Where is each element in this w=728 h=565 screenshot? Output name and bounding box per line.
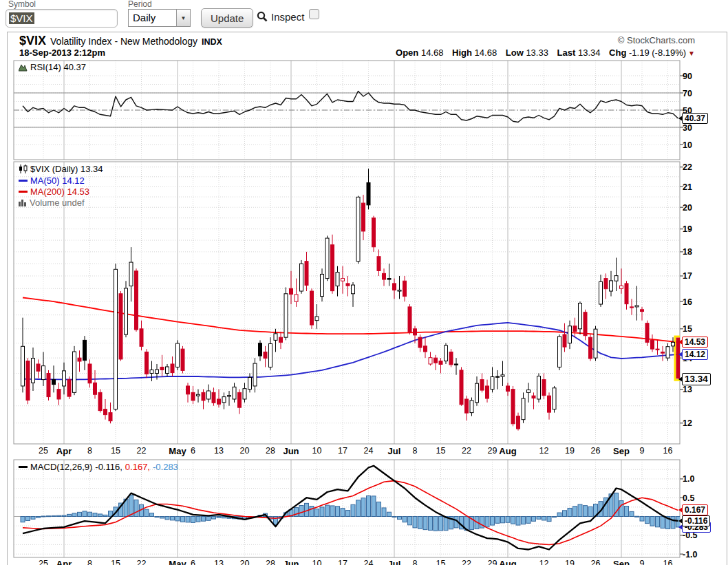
area-chart-icon <box>19 63 28 72</box>
macd-line-icon <box>19 466 28 468</box>
svg-text:90: 90 <box>683 72 692 81</box>
x-tick-day: 22 <box>127 446 157 456</box>
update-button[interactable]: Update <box>201 8 253 28</box>
macd-histogram <box>14 493 681 531</box>
macd-legend: MACD(12,26,9) -0.116, 0.167, -0.283 <box>19 462 178 472</box>
candlesticks <box>21 169 682 430</box>
low-label: Low <box>506 47 524 58</box>
rsi-callout: 40.37 <box>682 113 708 124</box>
volume-legend-label: Volume undef <box>30 198 85 208</box>
svg-text:-1.0: -1.0 <box>683 550 698 559</box>
svg-text:12: 12 <box>683 418 692 428</box>
title-symbol: $VIX <box>19 34 46 47</box>
last-price-callout: 13.34 <box>682 373 711 385</box>
macd-value-callout: -0.116 <box>682 515 710 526</box>
macd-x-axis-labels-clipped: 25Apr81522May6132028Jun101724Jul8152229A… <box>0 559 728 565</box>
svg-text:20: 20 <box>683 203 692 213</box>
chg-label: Chg <box>609 47 626 58</box>
rsi-legend: RSI(14) 40.37 <box>19 62 86 72</box>
macd-legend-name: MACD(12,26,9) <box>30 462 92 472</box>
down-triangle-icon: ▼ <box>688 50 695 57</box>
quote-line: Open 14.68 High 14.68 Low 13.33 Last 13.… <box>396 47 695 58</box>
svg-text:22: 22 <box>683 162 692 172</box>
copyright: © StockCharts.com <box>618 35 695 45</box>
candlestick-icon <box>19 164 28 173</box>
open-label: Open <box>396 47 418 58</box>
x-tick-day: 16 <box>653 446 683 456</box>
macd-signal-callout: 0.167 <box>682 504 708 515</box>
inspect-checkbox[interactable] <box>309 9 319 19</box>
macd-value: -0.116, <box>95 462 122 472</box>
x-axis-labels: 25Apr81522May6132028Jun101724Jul8152229A… <box>0 446 728 458</box>
period-select-value: Daily <box>129 10 176 26</box>
symbol-input[interactable]: $VIX <box>6 9 118 28</box>
chevron-down-icon[interactable]: ▼ <box>176 10 190 26</box>
rsi-legend-label: RSI(14) 40.37 <box>30 62 86 72</box>
ma50-line-icon <box>19 180 28 182</box>
macd-signal-value: 0.167, <box>125 462 150 472</box>
svg-text:17: 17 <box>683 271 692 281</box>
svg-text:21: 21 <box>683 182 692 192</box>
price-legend-label: $VIX (Daily) 13.34 <box>30 164 103 174</box>
chart-title: $VIXVolatility Index - New MethodologyIN… <box>19 34 222 48</box>
svg-text:1.0: 1.0 <box>683 474 694 484</box>
svg-text:13: 13 <box>683 385 692 394</box>
title-name: Volatility Index - New Methodology <box>50 36 197 47</box>
ma200-legend-label: MA(200) 14.53 <box>30 186 89 197</box>
chart-timestamp: 18-Sep-2013 2:12pm <box>19 47 105 58</box>
chg-value: -1.19 (-8.19%) <box>629 47 686 58</box>
ma50-legend-label: MA(50) 14.12 <box>30 175 85 186</box>
x-tick-day: 22 <box>127 559 157 565</box>
x-tick-month: Aug <box>493 446 523 456</box>
magnifier-icon <box>257 11 268 23</box>
high-label: High <box>452 47 472 58</box>
last-label: Last <box>557 47 576 58</box>
low-value: 13.33 <box>526 47 548 58</box>
period-label: Period <box>128 0 152 9</box>
svg-text:16: 16 <box>683 297 692 307</box>
volume-legend: Volume undef <box>19 198 85 208</box>
ma50-callout: 14.12 <box>682 349 708 360</box>
stockcharts-page: 103050709012131415161718192021221.00.5-0… <box>0 0 728 565</box>
ma200-callout: 14.53 <box>682 337 708 348</box>
svg-text:15: 15 <box>683 324 692 334</box>
svg-text:19: 19 <box>683 224 692 234</box>
svg-text:70: 70 <box>683 89 692 98</box>
svg-text:0.5: 0.5 <box>683 493 694 503</box>
inspect-label: Inspect <box>271 11 304 23</box>
period-select[interactable]: Daily ▼ <box>128 9 191 27</box>
ma200-line-icon <box>19 191 28 193</box>
open-value: 14.68 <box>421 47 444 58</box>
update-button-label: Update <box>211 12 244 24</box>
svg-text:30: 30 <box>683 123 692 133</box>
x-tick-month: Aug <box>493 559 523 565</box>
symbol-label: Symbol <box>8 0 36 9</box>
price-legend: $VIX (Daily) 13.34 <box>19 164 103 174</box>
ma50-legend: MA(50) 14.12 <box>19 175 85 186</box>
macd-hist-value: -0.283 <box>153 462 178 472</box>
chart-canvas: 103050709012131415161718192021221.00.5-0… <box>0 0 728 565</box>
high-value: 14.68 <box>475 47 497 58</box>
bar-chart-icon <box>19 199 27 206</box>
last-value: 13.34 <box>578 47 601 58</box>
svg-text:18: 18 <box>683 247 692 257</box>
x-tick-day: 16 <box>653 559 683 565</box>
title-exchange: INDX <box>202 37 222 47</box>
svg-text:10: 10 <box>683 140 692 150</box>
ma200-legend: MA(200) 14.53 <box>19 186 89 197</box>
symbol-input-value: $VIX <box>9 12 34 24</box>
